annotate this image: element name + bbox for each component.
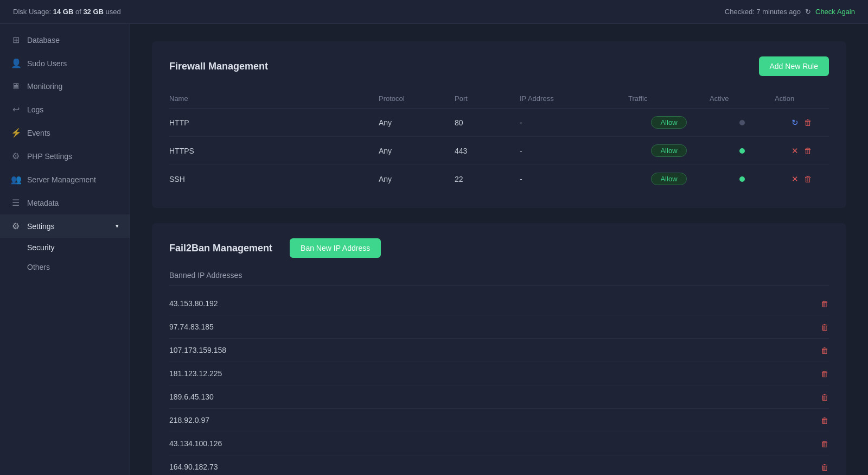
col-protocol: Protocol: [379, 89, 455, 109]
security-label: Security: [27, 243, 55, 252]
fail2ban-header: Fail2Ban Management Ban New IP Address: [169, 238, 829, 258]
delete-ip-icon[interactable]: 🗑: [821, 393, 829, 401]
list-item: 181.123.12.225 🗑: [169, 362, 829, 385]
cell-port: 443: [455, 137, 520, 165]
col-traffic: Traffic: [628, 89, 710, 109]
cell-protocol: Any: [379, 165, 455, 193]
top-bar: Disk Usage: 14 GB of 32 GB used Checked:…: [0, 0, 868, 24]
delete-ip-icon[interactable]: 🗑: [821, 440, 829, 448]
sidebar-subitem-security[interactable]: Security: [0, 238, 130, 257]
action-icons: ↻🗑: [775, 118, 829, 126]
chevron-down-icon: ▾: [116, 223, 119, 230]
sidebar-item-sudo-users[interactable]: 👤 Sudo Users: [0, 52, 130, 75]
banned-ip: 164.90.182.73: [169, 463, 218, 471]
firewall-header: Firewall Management Add New Rule: [169, 56, 829, 76]
list-item: 43.153.80.192 🗑: [169, 292, 829, 315]
cell-ip: -: [520, 165, 628, 193]
active-dot: [739, 176, 745, 182]
sidebar-item-monitoring[interactable]: 🖥 Monitoring: [0, 75, 130, 98]
sidebar-item-php-settings[interactable]: ⚙ PHP Settings: [0, 144, 130, 168]
ban-new-ip-button[interactable]: Ban New IP Address: [290, 238, 381, 258]
refresh-icon[interactable]: ↻: [792, 118, 799, 126]
table-row: HTTPS Any 443 - Allow ✕🗑: [169, 137, 829, 165]
banned-ip: 181.123.12.225: [169, 369, 222, 378]
sudo-users-icon: 👤: [11, 58, 21, 68]
settings-left: ⚙ Settings: [11, 221, 55, 231]
list-item: 218.92.0.97 🗑: [169, 409, 829, 432]
sidebar-label-php-settings: PHP Settings: [27, 152, 72, 161]
sidebar-label-events: Events: [27, 129, 50, 137]
close-icon[interactable]: ✕: [792, 175, 799, 183]
firewall-table: Name Protocol Port IP Address Traffic Ac…: [169, 89, 829, 193]
sidebar-item-settings[interactable]: ⚙ Settings ▾: [0, 214, 130, 238]
cell-name: SSH: [169, 165, 379, 193]
banned-ip: 43.153.80.192: [169, 299, 218, 308]
disk-usage: Disk Usage: 14 GB of 32 GB used: [13, 8, 121, 16]
traffic-badge[interactable]: Allow: [651, 116, 686, 129]
checked-label: Checked: 7 minutes ago: [725, 8, 801, 16]
traffic-badge[interactable]: Allow: [651, 144, 686, 157]
cell-traffic: Allow: [628, 137, 710, 165]
disk-usage-label: Disk Usage:: [13, 8, 51, 16]
banned-ip: 97.74.83.185: [169, 322, 214, 331]
cell-name: HTTPS: [169, 137, 379, 165]
delete-icon[interactable]: 🗑: [804, 175, 812, 183]
cell-name: HTTP: [169, 109, 379, 137]
disk-used-value: 14 GB: [53, 8, 74, 16]
cell-active: [710, 165, 775, 193]
cell-traffic: Allow: [628, 165, 710, 193]
action-icons: ✕🗑: [775, 147, 829, 155]
delete-ip-icon[interactable]: 🗑: [821, 300, 829, 308]
sidebar-item-logs[interactable]: ↩ Logs: [0, 98, 130, 121]
banned-label: Banned IP Addresses: [169, 271, 829, 286]
close-icon[interactable]: ✕: [792, 147, 799, 155]
php-settings-icon: ⚙: [11, 151, 21, 161]
sidebar-label-server-management: Server Management: [27, 175, 96, 184]
sidebar-label-monitoring: Monitoring: [27, 82, 62, 91]
sidebar-subitem-others[interactable]: Others: [0, 257, 130, 277]
list-item: 97.74.83.185 🗑: [169, 315, 829, 339]
logs-icon: ↩: [11, 104, 21, 115]
cell-port: 22: [455, 165, 520, 193]
banned-ip: 189.6.45.130: [169, 392, 214, 401]
fail2ban-section: Fail2Ban Management Ban New IP Address B…: [152, 223, 846, 475]
disk-suffix: used: [106, 8, 121, 16]
main-content: Firewall Management Add New Rule Name Pr…: [130, 24, 868, 475]
cell-protocol: Any: [379, 109, 455, 137]
events-icon: ⚡: [11, 128, 21, 138]
sidebar-item-events[interactable]: ⚡ Events: [0, 121, 130, 144]
sidebar: ⊞ Database 👤 Sudo Users 🖥 Monitoring ↩ L…: [0, 24, 130, 475]
sidebar-label-metadata: Metadata: [27, 199, 59, 207]
cell-action: ✕🗑: [775, 165, 829, 193]
col-action: Action: [775, 89, 829, 109]
cell-port: 80: [455, 109, 520, 137]
fail2ban-title: Fail2Ban Management: [169, 243, 272, 254]
active-dot: [739, 120, 745, 125]
delete-ip-icon[interactable]: 🗑: [821, 323, 829, 331]
list-item: 107.173.159.158 🗑: [169, 339, 829, 362]
check-again-link[interactable]: Check Again: [815, 8, 855, 16]
delete-ip-icon[interactable]: 🗑: [821, 463, 829, 471]
disk-total-value: 32 GB: [83, 8, 104, 16]
database-icon: ⊞: [11, 35, 21, 45]
delete-ip-icon[interactable]: 🗑: [821, 346, 829, 354]
delete-icon[interactable]: 🗑: [804, 118, 812, 126]
cell-action: ↻🗑: [775, 109, 829, 137]
monitoring-icon: 🖥: [11, 81, 21, 91]
sidebar-label-sudo-users: Sudo Users: [27, 59, 67, 68]
others-label: Others: [27, 263, 50, 271]
sidebar-item-server-management[interactable]: 👥 Server Management: [0, 168, 130, 191]
col-port: Port: [455, 89, 520, 109]
sidebar-label-logs: Logs: [27, 105, 43, 114]
cell-ip: -: [520, 137, 628, 165]
cell-action: ✕🗑: [775, 137, 829, 165]
active-dot: [739, 148, 745, 154]
add-new-rule-button[interactable]: Add New Rule: [759, 56, 829, 76]
sidebar-item-metadata[interactable]: ☰ Metadata: [0, 191, 130, 214]
traffic-badge[interactable]: Allow: [651, 173, 686, 185]
delete-icon[interactable]: 🗑: [804, 147, 812, 155]
cell-ip: -: [520, 109, 628, 137]
delete-ip-icon[interactable]: 🗑: [821, 416, 829, 425]
delete-ip-icon[interactable]: 🗑: [821, 370, 829, 378]
sidebar-item-database[interactable]: ⊞ Database: [0, 28, 130, 52]
